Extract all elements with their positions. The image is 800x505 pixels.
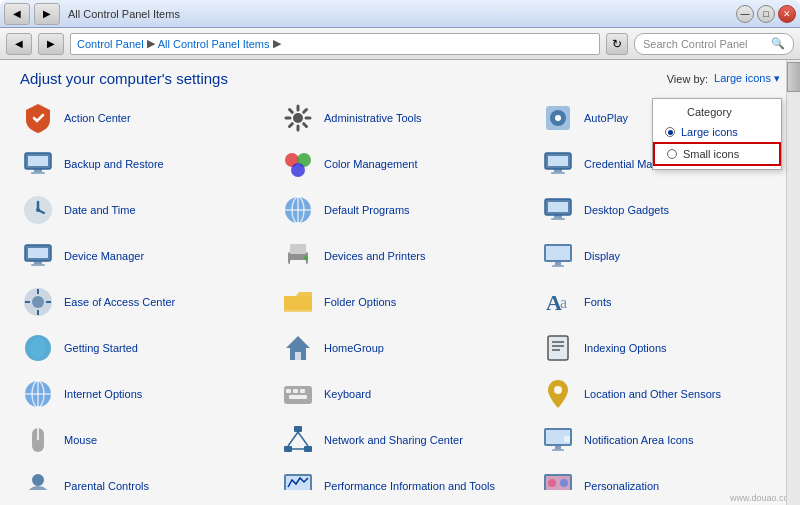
item-label[interactable]: Keyboard xyxy=(324,387,371,401)
svg-text:a: a xyxy=(560,294,567,311)
refresh-button[interactable]: ↻ xyxy=(606,33,628,55)
panel-item-personalization[interactable]: Personalization xyxy=(530,463,790,490)
item-icon xyxy=(282,470,314,490)
item-label[interactable]: Backup and Restore xyxy=(64,157,164,171)
panel-item-ease-of-access-center[interactable]: Ease of Access Center xyxy=(10,279,270,325)
item-label[interactable]: Getting Started xyxy=(64,341,138,355)
panel-item-date-and-time[interactable]: Date and Time xyxy=(10,187,270,233)
svg-line-75 xyxy=(298,432,308,446)
item-label[interactable]: Device Manager xyxy=(64,249,144,263)
panel-item-homegroup[interactable]: HomeGroup xyxy=(270,325,530,371)
panel-item-mouse[interactable]: Mouse xyxy=(10,417,270,463)
panel-item-keyboard[interactable]: Keyboard xyxy=(270,371,530,417)
minimize-button[interactable]: — xyxy=(736,5,754,23)
panel-item-administrative-tools[interactable]: Administrative Tools xyxy=(270,95,530,141)
item-label[interactable]: Administrative Tools xyxy=(324,111,422,125)
maximize-button[interactable]: □ xyxy=(757,5,775,23)
panel-item-network-and-sharing-center[interactable]: Network and Sharing Center xyxy=(270,417,530,463)
svg-rect-17 xyxy=(551,172,565,174)
close-button[interactable]: ✕ xyxy=(778,5,796,23)
panel-item-color-management[interactable]: Color Management xyxy=(270,141,530,187)
view-by-area: View by: Large icons ▾ xyxy=(667,72,780,85)
content-header: Adjust your computer's settings View by:… xyxy=(0,60,800,95)
dropdown-item-small-icons[interactable]: Small icons xyxy=(653,142,781,166)
search-placeholder: Search Control Panel xyxy=(643,38,748,50)
svg-rect-33 xyxy=(28,248,48,258)
back-button[interactable]: ◀ xyxy=(4,3,30,25)
item-label[interactable]: Network and Sharing Center xyxy=(324,433,463,447)
panel-item-notification-area-icons[interactable]: Notification Area Icons xyxy=(530,417,790,463)
item-label[interactable]: Date and Time xyxy=(64,203,136,217)
svg-rect-65 xyxy=(293,389,298,393)
item-label[interactable]: Parental Controls xyxy=(64,479,149,490)
svg-rect-42 xyxy=(555,262,561,265)
item-icon xyxy=(542,424,574,456)
panel-item-folder-options[interactable]: Folder Options xyxy=(270,279,530,325)
svg-rect-7 xyxy=(28,156,48,166)
scrollbar-thumb[interactable] xyxy=(787,62,800,92)
item-label[interactable]: Mouse xyxy=(64,433,97,447)
item-label[interactable]: Internet Options xyxy=(64,387,142,401)
viewby-dropdown[interactable]: Large icons ▾ xyxy=(714,72,780,85)
panel-item-device-manager[interactable]: Device Manager xyxy=(10,233,270,279)
viewby-value: Large icons ▾ xyxy=(714,72,780,85)
item-label[interactable]: AutoPlay xyxy=(584,111,628,125)
path-text: Control Panel xyxy=(77,38,144,50)
panel-item-desktop-gadgets[interactable]: Desktop Gadgets xyxy=(530,187,790,233)
item-icon xyxy=(22,286,54,318)
panel-item-location-and-other-sensors[interactable]: Location and Other Sensors xyxy=(530,371,790,417)
panel-item-internet-options[interactable]: Internet Options xyxy=(10,371,270,417)
panel-item-backup-and-restore[interactable]: Backup and Restore xyxy=(10,141,270,187)
item-label[interactable]: Ease of Access Center xyxy=(64,295,175,309)
item-label[interactable]: Personalization xyxy=(584,479,659,490)
item-label[interactable]: HomeGroup xyxy=(324,341,384,355)
item-label[interactable]: Default Programs xyxy=(324,203,410,217)
viewby-label: View by: xyxy=(667,73,708,85)
item-label[interactable]: Notification Area Icons xyxy=(584,433,693,447)
viewby-dropdown-menu[interactable]: Category Large icons Small icons xyxy=(652,98,782,170)
item-icon xyxy=(282,240,314,272)
address-path[interactable]: Control Panel ▶ All Control Panel Items … xyxy=(70,33,600,55)
item-icon xyxy=(542,470,574,490)
item-icon xyxy=(22,102,54,134)
svg-point-87 xyxy=(548,479,556,487)
forward-button[interactable]: ▶ xyxy=(34,3,60,25)
svg-point-1 xyxy=(294,114,302,122)
item-icon xyxy=(22,240,54,272)
small-icons-radio xyxy=(667,149,677,159)
panel-item-display[interactable]: Display xyxy=(530,233,790,279)
dropdown-item-large-icons[interactable]: Large icons xyxy=(653,122,781,142)
main-content: Adjust your computer's settings View by:… xyxy=(0,60,800,505)
title-bar-left: ◀ ▶ All Control Panel Items xyxy=(4,3,180,25)
svg-point-88 xyxy=(560,479,568,487)
item-label[interactable]: Indexing Options xyxy=(584,341,667,355)
scrollbar[interactable] xyxy=(786,60,800,505)
item-label[interactable]: Location and Other Sensors xyxy=(584,387,721,401)
panel-item-performance-information-and-tools[interactable]: Performance Information and Tools xyxy=(270,463,530,490)
search-box[interactable]: Search Control Panel 🔍 xyxy=(634,33,794,55)
svg-rect-30 xyxy=(551,218,565,220)
item-label[interactable]: Color Management xyxy=(324,157,418,171)
panel-item-getting-started[interactable]: Getting Started xyxy=(10,325,270,371)
dropdown-item-category[interactable]: Category xyxy=(653,102,781,122)
item-label[interactable]: Desktop Gadgets xyxy=(584,203,669,217)
back-nav-button[interactable]: ◀ xyxy=(6,33,32,55)
item-label[interactable]: Devices and Printers xyxy=(324,249,426,263)
item-label[interactable]: Fonts xyxy=(584,295,612,309)
panel-item-parental-controls[interactable]: Parental Controls xyxy=(10,463,270,490)
item-icon xyxy=(22,194,54,226)
panel-item-action-center[interactable]: Action Center xyxy=(10,95,270,141)
item-label[interactable]: Performance Information and Tools xyxy=(324,479,495,490)
panel-item-devices-and-printers[interactable]: Devices and Printers xyxy=(270,233,530,279)
item-icon xyxy=(282,148,314,180)
svg-point-4 xyxy=(555,115,561,121)
panel-item-fonts[interactable]: Aa Fonts xyxy=(530,279,790,325)
item-label[interactable]: Display xyxy=(584,249,620,263)
panel-item-default-programs[interactable]: Default Programs xyxy=(270,187,530,233)
svg-point-21 xyxy=(36,208,40,212)
forward-nav-button[interactable]: ▶ xyxy=(38,33,64,55)
panel-item-indexing-options[interactable]: Indexing Options xyxy=(530,325,790,371)
item-label[interactable]: Folder Options xyxy=(324,295,396,309)
item-label[interactable]: Action Center xyxy=(64,111,131,125)
svg-rect-28 xyxy=(548,202,568,212)
